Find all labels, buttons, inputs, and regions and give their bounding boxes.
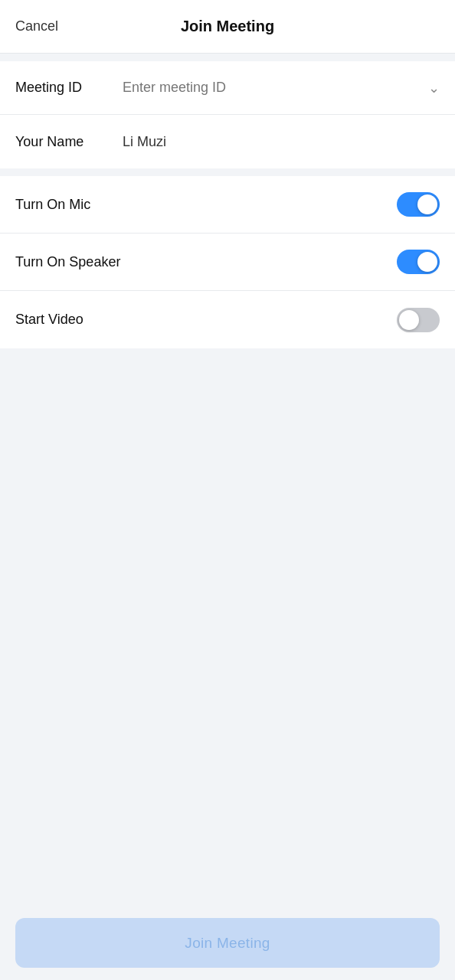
join-meeting-button[interactable]: Join Meeting [15,918,440,968]
meeting-id-label: Meeting ID [15,80,123,96]
content-spacer [0,348,455,906]
mic-toggle[interactable] [397,192,440,217]
video-toggle-track [397,308,440,332]
toggle-section: Turn On Mic Turn On Speaker Start Video [0,176,455,348]
meeting-id-row: Meeting ID ⌄ [0,61,455,115]
speaker-toggle-label: Turn On Speaker [15,254,120,270]
meeting-id-input[interactable] [123,80,422,96]
chevron-down-icon[interactable]: ⌄ [428,80,440,96]
form-section: Meeting ID ⌄ Your Name Li Muzi [0,61,455,168]
video-toggle-row: Start Video [0,291,455,348]
mic-toggle-row: Turn On Mic [0,176,455,234]
mic-toggle-thumb [417,194,437,214]
header: Cancel Join Meeting [0,0,455,54]
speaker-toggle[interactable] [397,250,440,274]
speaker-toggle-track [397,250,440,274]
your-name-label: Your Name [15,134,123,150]
video-toggle-thumb [399,310,419,330]
cancel-button[interactable]: Cancel [15,18,58,34]
mic-toggle-track [397,192,440,217]
speaker-toggle-thumb [417,252,437,272]
your-name-value: Li Muzi [123,134,440,150]
mic-toggle-label: Turn On Mic [15,197,90,213]
video-toggle[interactable] [397,308,440,332]
your-name-row: Your Name Li Muzi [0,115,455,168]
page-title: Join Meeting [181,18,274,35]
speaker-toggle-row: Turn On Speaker [0,234,455,291]
join-button-container: Join Meeting [0,906,455,980]
video-toggle-label: Start Video [15,312,83,328]
